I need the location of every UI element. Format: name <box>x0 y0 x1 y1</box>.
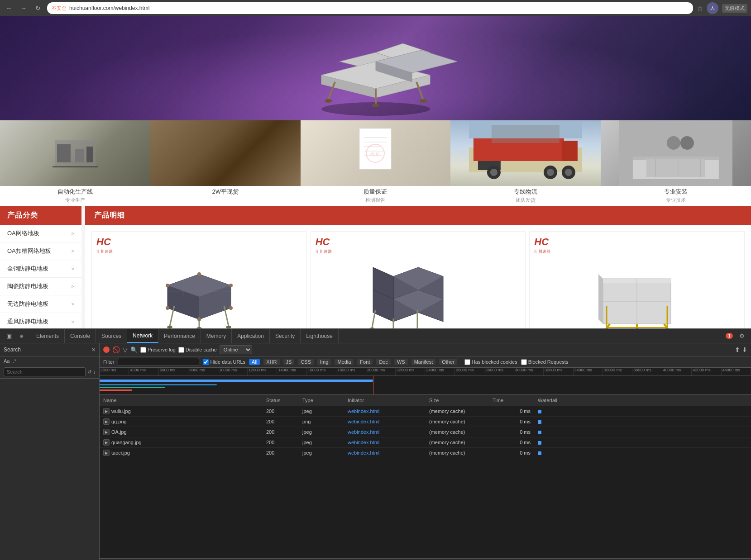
clear-button[interactable]: 🚫 <box>112 346 120 353</box>
row-time: 0 ms <box>489 439 534 446</box>
search-icon[interactable]: 🔍 <box>130 346 138 353</box>
th-waterfall[interactable]: Waterfall <box>534 397 751 404</box>
row-initiator[interactable]: webindex.html <box>344 449 426 456</box>
tab-console[interactable]: Console <box>65 329 96 343</box>
record-button[interactable] <box>103 346 110 353</box>
showcase-item-truck[interactable]: 专线物流 团队发货 <box>450 120 601 206</box>
svg-point-63 <box>229 284 233 287</box>
sidebar-item-borderless[interactable]: 无边防静电地板 > <box>0 295 81 313</box>
table-row[interactable]: ▶ wuliu.jpg 200 jpeg webindex.html (memo… <box>100 406 751 417</box>
devtools-inspect-icon[interactable]: ▣ <box>4 331 14 342</box>
row-name: taoci.jpg <box>111 450 130 456</box>
showcase-item-install[interactable]: 专业安装 专业技术 <box>601 120 751 206</box>
hide-data-urls-checkbox[interactable] <box>203 359 209 365</box>
refresh-button[interactable]: ↻ <box>33 3 43 14</box>
preserve-log-checkbox[interactable] <box>140 347 146 353</box>
th-initiator[interactable]: Initiator <box>344 397 426 404</box>
address-bar[interactable]: 不安全 huichuanfloor.com/webindex.html <box>47 2 693 14</box>
search-close-button[interactable]: × <box>92 346 96 353</box>
blocked-requests-label[interactable]: Blocked Requests <box>521 359 569 365</box>
online-select[interactable]: Online Offline Slow 3G <box>220 345 252 354</box>
back-button[interactable]: ← <box>4 3 14 14</box>
filter-manifest[interactable]: Manifest <box>411 359 436 365</box>
table-header: Name Status Type Initiator Size Time Wat… <box>100 395 751 406</box>
profile-button[interactable]: 人 <box>707 2 718 14</box>
svg-point-59 <box>167 326 172 328</box>
filter-js[interactable]: JS <box>283 359 295 365</box>
row-initiator[interactable]: webindex.html <box>344 439 426 446</box>
row-initiator[interactable]: webindex.html <box>344 408 426 415</box>
blocked-requests-checkbox[interactable] <box>521 359 527 365</box>
product-card-2[interactable]: HC 汇川速器 <box>311 231 526 328</box>
tab-memory[interactable]: Memory <box>201 329 232 343</box>
product-brand-sub-2: 汇川速器 <box>316 249 332 255</box>
filter-all[interactable]: All <box>249 359 260 365</box>
sidebar-item-label: 无边防静电地板 <box>7 300 48 308</box>
settings-icon[interactable]: ⚙ <box>737 331 747 342</box>
th-status[interactable]: Status <box>263 397 299 404</box>
table-row[interactable]: ▶ qq.png 200 png webindex.html (memory c… <box>100 417 751 427</box>
star-button[interactable]: ☆ <box>697 4 703 13</box>
row-name: qq.png <box>111 419 127 424</box>
product-card-3[interactable]: HC 汇川速器 <box>529 231 745 328</box>
row-status: 200 <box>263 408 299 415</box>
tab-application[interactable]: Application <box>232 329 270 343</box>
devtools-device-icon[interactable]: ⎈ <box>16 331 27 342</box>
filter-xhr[interactable]: XHR <box>263 359 279 365</box>
tab-sources[interactable]: Sources <box>96 329 127 343</box>
row-initiator[interactable]: webindex.html <box>344 418 426 425</box>
table-row[interactable]: ▶ taoci.jpg 200 jpeg webindex.html (memo… <box>100 448 751 458</box>
product-card-1[interactable]: HC 汇川速器 <box>91 231 307 328</box>
browser-chrome: ← → ↻ 不安全 huichuanfloor.com/webindex.htm… <box>0 0 751 16</box>
search-refresh-button[interactable]: ↺ <box>87 369 91 375</box>
sidebar-item-ventilation[interactable]: 通风防静电地板 > <box>0 313 81 328</box>
filter-ws[interactable]: WS <box>394 359 408 365</box>
th-name[interactable]: Name <box>100 397 263 404</box>
table-row[interactable]: ▶ OA.jpg 200 jpeg webindex.html (memory … <box>100 427 751 437</box>
timeline-ruler: 2000 ms 4000 ms 6000 ms 8000 ms 10000 ms… <box>100 368 751 376</box>
has-blocked-label[interactable]: Has blocked cookies <box>464 359 517 365</box>
filter-media[interactable]: Media <box>335 359 354 365</box>
table-row[interactable]: ▶ quangang.jpg 200 jpeg webindex.html (m… <box>100 437 751 448</box>
showcase-item-warehouse[interactable]: 2W平现货 <box>150 120 301 206</box>
disable-cache-label[interactable]: Disable cache <box>178 347 217 353</box>
search-next-button[interactable]: ↓ <box>93 369 96 375</box>
import-button[interactable]: ⬆ <box>735 346 740 353</box>
tick-5: 12000 ms <box>248 368 277 375</box>
tab-elements[interactable]: Elements <box>31 329 65 343</box>
sidebar-item-ceramic[interactable]: 陶瓷防静电地板 > <box>0 278 81 295</box>
export-button[interactable]: ⬇ <box>742 346 747 353</box>
sidebar-item-oa-network[interactable]: OA网络地板 > <box>0 225 81 242</box>
preserve-log-label[interactable]: Preserve log <box>140 347 176 353</box>
showcase-item-factory[interactable]: 自动化生产线 专业生产 <box>0 120 150 206</box>
tab-performance[interactable]: Performance <box>158 329 201 343</box>
showcase-item-cert[interactable]: 检测 质量保证 检测报告 <box>301 120 451 206</box>
has-blocked-checkbox[interactable] <box>464 359 470 365</box>
filter-img[interactable]: Img <box>317 359 331 365</box>
url-display: huichuanfloor.com/webindex.html <box>69 5 149 11</box>
filter-input[interactable] <box>118 358 199 366</box>
security-warning: 不安全 <box>52 5 67 12</box>
search-match-case[interactable]: Aa <box>4 358 10 364</box>
tab-network[interactable]: Network <box>127 329 158 343</box>
sidebar-item-oa-snap[interactable]: OA扣槽网络地板 > <box>0 242 81 260</box>
filter-font[interactable]: Font <box>357 359 373 365</box>
disable-cache-checkbox[interactable] <box>178 347 184 353</box>
search-options-row: Aa .* <box>0 356 99 365</box>
th-type[interactable]: Type <box>299 397 344 404</box>
sidebar-item-steel[interactable]: 全钢防静电地板 > <box>0 260 81 278</box>
th-size[interactable]: Size <box>426 397 489 404</box>
search-input[interactable] <box>4 367 86 376</box>
forward-button[interactable]: → <box>18 3 29 14</box>
tab-security[interactable]: Security <box>270 329 301 343</box>
row-initiator[interactable]: webindex.html <box>344 428 426 436</box>
search-regex[interactable]: .* <box>11 358 16 364</box>
filter-icon[interactable]: ▽ <box>123 346 128 353</box>
filter-doc[interactable]: Doc <box>376 359 391 365</box>
filter-css[interactable]: CSS <box>298 359 314 365</box>
filter-other[interactable]: Other <box>439 359 457 365</box>
hide-data-urls-label[interactable]: Hide data URLs <box>203 359 245 365</box>
showcase-sublabel-cert: 检测报告 <box>365 197 385 206</box>
tab-lighthouse[interactable]: Lighthouse <box>301 329 339 343</box>
th-time[interactable]: Time <box>489 397 534 404</box>
